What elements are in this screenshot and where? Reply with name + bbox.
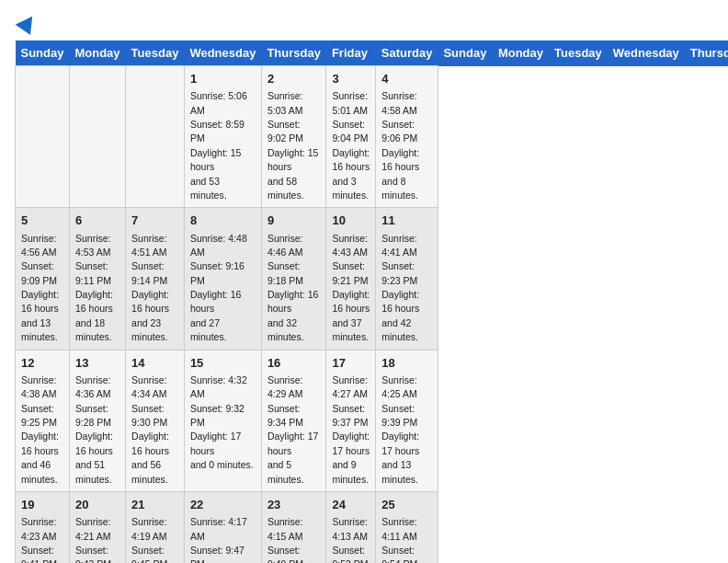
day-number: 3: [332, 71, 370, 87]
day-info: Sunrise: 5:06 AM Sunset: 8:59 PM Dayligh…: [190, 90, 247, 201]
day-header-tuesday: Tuesday: [549, 40, 608, 66]
day-header-monday: Monday: [69, 40, 125, 66]
day-info: Sunrise: 4:23 AM Sunset: 9:41 PM Dayligh…: [21, 516, 59, 563]
day-number: 15: [190, 355, 256, 372]
day-info: Sunrise: 4:43 AM Sunset: 9:21 PM Dayligh…: [332, 233, 370, 343]
calendar-cell: 14Sunrise: 4:34 AM Sunset: 9:30 PM Dayli…: [126, 350, 185, 491]
calendar-cell: 11Sunrise: 4:41 AM Sunset: 9:23 PM Dayli…: [376, 208, 438, 350]
calendar-cell: 4Sunrise: 4:58 AM Sunset: 9:06 PM Daylig…: [376, 66, 438, 208]
day-number: 14: [131, 355, 178, 372]
day-number: 9: [267, 213, 321, 229]
day-number: 5: [21, 213, 63, 229]
calendar-cell: 16Sunrise: 4:29 AM Sunset: 9:34 PM Dayli…: [261, 350, 326, 491]
day-header-sunday: Sunday: [438, 40, 492, 66]
day-info: Sunrise: 4:58 AM Sunset: 9:06 PM Dayligh…: [381, 90, 419, 201]
day-info: Sunrise: 4:34 AM Sunset: 9:30 PM Dayligh…: [131, 374, 169, 485]
calendar-cell: 18Sunrise: 4:25 AM Sunset: 9:39 PM Dayli…: [376, 350, 438, 491]
calendar-cell: 24Sunrise: 4:13 AM Sunset: 9:52 PM Dayli…: [326, 491, 376, 563]
day-number: 13: [75, 355, 119, 372]
day-number: 18: [381, 355, 432, 372]
day-number: 24: [332, 497, 370, 513]
calendar-cell: 7Sunrise: 4:51 AM Sunset: 9:14 PM Daylig…: [126, 208, 185, 350]
day-header-wednesday: Wednesday: [184, 40, 261, 66]
day-info: Sunrise: 4:21 AM Sunset: 9:43 PM Dayligh…: [75, 516, 113, 563]
logo: [15, 15, 37, 31]
calendar-table: SundayMondayTuesdayWednesdayThursdayFrid…: [15, 40, 728, 563]
calendar-cell: 9Sunrise: 4:46 AM Sunset: 9:18 PM Daylig…: [261, 208, 326, 350]
page-header: [15, 15, 713, 31]
day-info: Sunrise: 4:56 AM Sunset: 9:09 PM Dayligh…: [21, 233, 59, 343]
day-number: 21: [131, 497, 178, 513]
calendar-cell: 21Sunrise: 4:19 AM Sunset: 9:45 PM Dayli…: [126, 491, 185, 563]
day-info: Sunrise: 4:17 AM Sunset: 9:47 PM Dayligh…: [190, 516, 247, 563]
calendar-cell: 17Sunrise: 4:27 AM Sunset: 9:37 PM Dayli…: [326, 350, 376, 491]
calendar-cell: 1Sunrise: 5:06 AM Sunset: 8:59 PM Daylig…: [184, 66, 261, 208]
calendar-cell: 3Sunrise: 5:01 AM Sunset: 9:04 PM Daylig…: [326, 66, 376, 208]
calendar-cell: 2Sunrise: 5:03 AM Sunset: 9:02 PM Daylig…: [261, 66, 326, 208]
day-number: 7: [131, 213, 178, 229]
day-number: 4: [381, 71, 432, 87]
calendar-cell: [126, 66, 185, 208]
day-number: 10: [332, 213, 370, 229]
calendar-week-row: 12Sunrise: 4:38 AM Sunset: 9:25 PM Dayli…: [16, 350, 729, 491]
day-number: 19: [21, 497, 63, 513]
calendar-cell: 15Sunrise: 4:32 AM Sunset: 9:32 PM Dayli…: [184, 350, 261, 491]
calendar-cell: [16, 66, 70, 208]
calendar-cell: 8Sunrise: 4:48 AM Sunset: 9:16 PM Daylig…: [184, 208, 261, 350]
logo-triangle-icon: [16, 11, 40, 35]
day-number: 17: [332, 355, 370, 372]
calendar-cell: 6Sunrise: 4:53 AM Sunset: 9:11 PM Daylig…: [69, 208, 125, 350]
day-number: 12: [21, 355, 63, 372]
calendar-cell: 23Sunrise: 4:15 AM Sunset: 9:49 PM Dayli…: [261, 491, 326, 563]
day-info: Sunrise: 4:32 AM Sunset: 9:32 PM Dayligh…: [190, 374, 254, 470]
calendar-cell: 22Sunrise: 4:17 AM Sunset: 9:47 PM Dayli…: [184, 491, 261, 563]
day-info: Sunrise: 5:01 AM Sunset: 9:04 PM Dayligh…: [332, 90, 370, 201]
day-info: Sunrise: 4:15 AM Sunset: 9:49 PM Dayligh…: [267, 516, 318, 563]
day-header-monday: Monday: [493, 40, 549, 66]
day-header-thursday: Thursday: [261, 40, 326, 66]
day-number: 25: [381, 497, 432, 513]
day-info: Sunrise: 4:46 AM Sunset: 9:18 PM Dayligh…: [267, 233, 318, 343]
calendar-cell: 5Sunrise: 4:56 AM Sunset: 9:09 PM Daylig…: [16, 208, 70, 350]
day-header-thursday: Thursday: [685, 40, 728, 66]
calendar-week-row: 5Sunrise: 4:56 AM Sunset: 9:09 PM Daylig…: [16, 208, 729, 350]
day-info: Sunrise: 4:19 AM Sunset: 9:45 PM Dayligh…: [131, 516, 169, 563]
day-number: 2: [267, 71, 321, 87]
day-info: Sunrise: 4:25 AM Sunset: 9:39 PM Dayligh…: [381, 374, 419, 485]
day-header-friday: Friday: [326, 40, 376, 66]
day-info: Sunrise: 4:13 AM Sunset: 9:52 PM Dayligh…: [332, 516, 370, 563]
day-info: Sunrise: 4:53 AM Sunset: 9:11 PM Dayligh…: [75, 233, 113, 343]
day-number: 11: [381, 213, 432, 229]
calendar-header-row: SundayMondayTuesdayWednesdayThursdayFrid…: [16, 40, 729, 66]
day-number: 20: [75, 497, 119, 513]
day-info: Sunrise: 4:38 AM Sunset: 9:25 PM Dayligh…: [21, 374, 59, 485]
day-info: Sunrise: 4:36 AM Sunset: 9:28 PM Dayligh…: [75, 374, 113, 485]
day-number: 16: [267, 355, 321, 372]
day-info: Sunrise: 4:51 AM Sunset: 9:14 PM Dayligh…: [131, 233, 169, 343]
day-header-wednesday: Wednesday: [608, 40, 685, 66]
calendar-cell: 25Sunrise: 4:11 AM Sunset: 9:54 PM Dayli…: [376, 491, 438, 563]
day-number: 6: [75, 213, 119, 229]
day-header-tuesday: Tuesday: [126, 40, 185, 66]
calendar-week-row: 19Sunrise: 4:23 AM Sunset: 9:41 PM Dayli…: [16, 491, 729, 563]
day-number: 1: [190, 71, 256, 87]
day-header-sunday: Sunday: [16, 40, 70, 66]
calendar-week-row: 1Sunrise: 5:06 AM Sunset: 8:59 PM Daylig…: [16, 66, 729, 208]
day-number: 8: [190, 213, 256, 229]
day-info: Sunrise: 5:03 AM Sunset: 9:02 PM Dayligh…: [267, 90, 318, 201]
calendar-cell: 10Sunrise: 4:43 AM Sunset: 9:21 PM Dayli…: [326, 208, 376, 350]
calendar-cell: 12Sunrise: 4:38 AM Sunset: 9:25 PM Dayli…: [16, 350, 70, 491]
day-info: Sunrise: 4:27 AM Sunset: 9:37 PM Dayligh…: [332, 374, 370, 485]
day-info: Sunrise: 4:29 AM Sunset: 9:34 PM Dayligh…: [267, 374, 318, 485]
day-header-saturday: Saturday: [376, 40, 438, 66]
calendar-cell: 13Sunrise: 4:36 AM Sunset: 9:28 PM Dayli…: [69, 350, 125, 491]
day-info: Sunrise: 4:11 AM Sunset: 9:54 PM Dayligh…: [381, 516, 419, 563]
logo-blue: [15, 15, 37, 31]
calendar-cell: 20Sunrise: 4:21 AM Sunset: 9:43 PM Dayli…: [69, 491, 125, 563]
calendar-cell: [69, 66, 125, 208]
day-info: Sunrise: 4:41 AM Sunset: 9:23 PM Dayligh…: [381, 233, 419, 343]
day-number: 22: [190, 497, 256, 513]
day-info: Sunrise: 4:48 AM Sunset: 9:16 PM Dayligh…: [190, 233, 247, 343]
calendar-cell: 19Sunrise: 4:23 AM Sunset: 9:41 PM Dayli…: [16, 491, 70, 563]
day-number: 23: [267, 497, 321, 513]
